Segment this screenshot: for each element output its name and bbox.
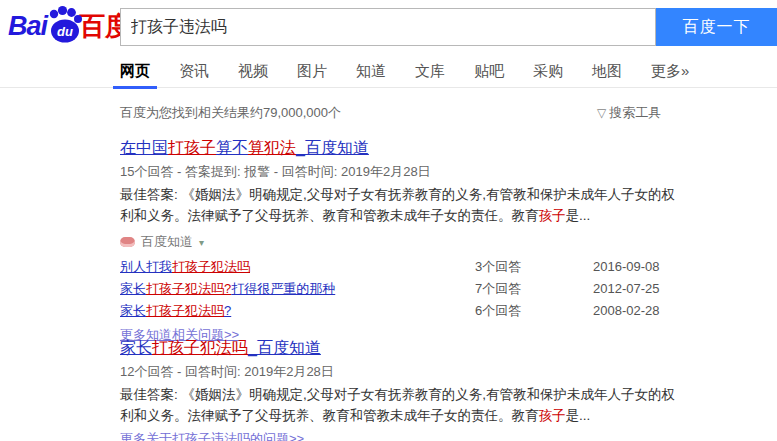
tab-tieba[interactable]: 贴吧 — [474, 62, 504, 81]
zhidao-icon — [120, 237, 135, 247]
svg-text:du: du — [57, 24, 73, 39]
zhidao-source-label: 百度知道 — [141, 233, 193, 251]
zhidao-question-link[interactable]: 别人打我打孩子犯法吗 — [120, 256, 475, 278]
tab-wenku[interactable]: 文库 — [415, 62, 445, 81]
answer-count: 6个回答 — [475, 300, 593, 322]
tab-caigou[interactable]: 采购 — [533, 62, 563, 81]
result-snippet: 最佳答案: 《婚姻法》明确规定,父母对子女有抚养教育的义务,有管教和保护未成年人… — [120, 184, 686, 226]
answer-date: 2012-07-25 — [593, 278, 686, 300]
baidu-logo[interactable]: Bai du 百度 — [8, 4, 131, 48]
tab-news[interactable]: 资讯 — [179, 62, 209, 81]
zhidao-row: 家长打孩子犯法吗? 6个回答 2008-02-28 — [120, 300, 686, 322]
search-result-1: 在中国打孩子算不算犯法_百度知道 15个回答 - 答案提到: 报警 - 回答时间… — [120, 138, 686, 345]
tab-more[interactable]: 更多» — [651, 62, 689, 81]
result-meta: 12个回答 - 回答时间: 2019年2月28日 — [120, 364, 686, 379]
result-title-link[interactable]: 在中国打孩子算不算犯法_百度知道 — [120, 138, 369, 158]
search-result-2: 家长打孩子犯法吗_百度知道 12个回答 - 回答时间: 2019年2月28日 最… — [120, 338, 686, 441]
result-title-link[interactable]: 家长打孩子犯法吗_百度知道 — [120, 338, 321, 358]
zhidao-question-list: 别人打我打孩子犯法吗 3个回答 2016-09-08 家长打孩子犯法吗?打得很严… — [120, 256, 686, 322]
search-tools-label: 搜索工具 — [609, 104, 661, 122]
zhidao-row: 家长打孩子犯法吗?打得很严重的那种 7个回答 2012-07-25 — [120, 278, 686, 300]
more-related-questions-link[interactable]: 更多关于打孩子违法吗的问题>> — [120, 431, 304, 441]
zhidao-question-link[interactable]: 家长打孩子犯法吗?打得很严重的那种 — [120, 278, 475, 300]
zhidao-question-link[interactable]: 家长打孩子犯法吗? — [120, 300, 475, 322]
result-snippet: 最佳答案: 《婚姻法》明确规定,父母对子女有抚养教育的义务,有管教和保护未成年人… — [120, 384, 686, 426]
answer-date: 2008-02-28 — [593, 300, 686, 322]
answer-date: 2016-09-08 — [593, 256, 686, 278]
zhidao-row: 别人打我打孩子犯法吗 3个回答 2016-09-08 — [120, 256, 686, 278]
logo-text-bai: Bai — [8, 11, 47, 42]
zhidao-source-toggle[interactable]: 百度知道 ▾ — [120, 233, 686, 251]
results-count: 百度为您找到相关结果约79,000,000个 — [120, 104, 341, 122]
answer-count: 3个回答 — [475, 256, 593, 278]
search-input[interactable] — [120, 8, 656, 46]
tab-video[interactable]: 视频 — [238, 62, 268, 81]
search-tools-button[interactable]: ▽ 搜索工具 — [597, 104, 661, 122]
result-meta: 15个回答 - 答案提到: 报警 - 回答时间: 2019年2月28日 — [120, 164, 686, 179]
funnel-icon: ▽ — [597, 106, 606, 120]
chevron-down-icon: ▾ — [199, 237, 204, 248]
search-button[interactable]: 百度一下 — [656, 8, 777, 46]
answer-count: 7个回答 — [475, 278, 593, 300]
baidu-paw-icon: du — [44, 5, 84, 45]
nav-tabs: 网页 资讯 视频 图片 知道 文库 贴吧 采购 地图 更多» — [0, 55, 777, 88]
tab-images[interactable]: 图片 — [297, 62, 327, 81]
tab-zhidao[interactable]: 知道 — [356, 62, 386, 81]
tab-webpage[interactable]: 网页 — [120, 62, 150, 81]
tab-maps[interactable]: 地图 — [592, 62, 622, 81]
